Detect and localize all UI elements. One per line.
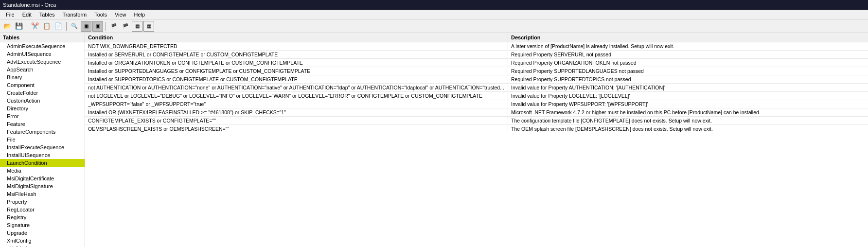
table-row[interactable]: Installed or ORGANIZATIONTOKEN or CONFIG…	[85, 59, 868, 67]
cell-description-1: Required Property SERVERURL not passed	[508, 51, 868, 58]
menu-tables[interactable]: Tables	[35, 11, 59, 18]
sidebar-item-file[interactable]: File	[0, 136, 85, 143]
cell-condition-4: Installed or SUPPORTEDTOPICS or CONFIGTE…	[85, 75, 508, 83]
table-row[interactable]: not LOGLEVEL or LOGLEVEL="DEBUG" or LOGL…	[85, 92, 868, 100]
sidebar-item-adminexecutesequence[interactable]: AdminExecuteSequence	[0, 42, 85, 50]
header-description: Description	[508, 33, 868, 42]
cell-condition-6: not LOGLEVEL or LOGLEVEL="DEBUG" or LOGL…	[85, 92, 508, 100]
sidebar-item-msidigitalsignature[interactable]: MsiDigitalSignature	[0, 182, 85, 190]
table-row[interactable]: _WPFSUPPORT="false" or _WPFSUPPORT="true…	[85, 100, 868, 108]
toolbar-btn3[interactable]: ▦	[132, 21, 142, 32]
menu-help[interactable]: Help	[130, 11, 149, 18]
toolbar-btn1[interactable]: ▣	[81, 21, 91, 32]
toolbar-find[interactable]: 🔍	[69, 21, 80, 32]
menu-bar: File Edit Tables Transform Tools View He…	[0, 10, 868, 19]
cell-condition-10: OEMSPLASHSCREEN_EXISTS or OEMSPLASHSCREE…	[85, 125, 508, 133]
content-area: Condition Description NOT WIX_DOWNGRADE_…	[85, 33, 868, 247]
cell-condition-9: CONFIGTEMPLATE_EXISTS or CONFIGTEMPLATE=…	[85, 117, 508, 124]
menu-view[interactable]: View	[111, 11, 130, 18]
menu-tools[interactable]: Tools	[90, 11, 111, 18]
main-layout: Tables AdminExecuteSequenceAdminUISequen…	[0, 33, 868, 247]
cell-condition-0: NOT WIX_DOWNGRADE_DETECTED	[85, 42, 508, 50]
sidebar-item-appsearch[interactable]: AppSearch	[0, 66, 85, 73]
table-row[interactable]: not AUTHENTICATION or AUTHENTICATION="no…	[85, 84, 868, 92]
sidebar-item-xmlconfig[interactable]: XmlConfig	[0, 237, 85, 245]
sidebar-item-upgrade[interactable]: Upgrade	[0, 229, 85, 237]
toolbar-flag2[interactable]: 🏴	[120, 21, 131, 32]
table-row[interactable]: Installed or SERVERURL or CONFIGTEMPLATE…	[85, 51, 868, 59]
sidebar-item-featurecomponents[interactable]: FeatureComponents	[0, 128, 85, 136]
sidebar-item-adminuisequence[interactable]: AdminUISequence	[0, 50, 85, 58]
sidebar-item-createfolder[interactable]: CreateFolder	[0, 89, 85, 97]
toolbar-open[interactable]: 📂	[2, 21, 13, 32]
cell-condition-3: Installed or SUPPORTEDLANGUAGES or CONFI…	[85, 67, 508, 75]
toolbar-sep-3	[106, 22, 106, 31]
table-row[interactable]: Installed or SUPPORTEDLANGUAGES or CONFI…	[85, 67, 868, 75]
cell-condition-7: _WPFSUPPORT="false" or _WPFSUPPORT="true…	[85, 100, 508, 108]
cell-description-4: Required Property SUPPORTEDTOPICS not pa…	[508, 75, 868, 83]
cell-description-10: The OEM splash screen file [OEMSPLASHSCR…	[508, 125, 868, 133]
sidebar-item-reglocator[interactable]: RegLocator	[0, 206, 85, 213]
sidebar-item-msidigitalcertificate[interactable]: MsiDigitalCertificate	[0, 175, 85, 182]
sidebar-item-installuisequence[interactable]: InstallUISequence	[0, 151, 85, 159]
sidebar-item-media[interactable]: Media	[0, 167, 85, 175]
table-row[interactable]: Installed OR (WIXNETFX4RELEASEINSTALLED …	[85, 108, 868, 117]
menu-file[interactable]: File	[2, 11, 18, 18]
sidebar-item-component[interactable]: Component	[0, 81, 85, 89]
toolbar-btn2[interactable]: ▣	[92, 21, 103, 32]
sidebar-item-launchcondition[interactable]: LaunchCondition	[0, 159, 85, 167]
toolbar-paste[interactable]: 📄	[53, 21, 64, 32]
sidebar-item-signature[interactable]: Signature	[0, 221, 85, 229]
cell-description-6: Invalid value for Property LOGLEVEL: '[L…	[508, 92, 868, 100]
cell-description-3: Required Property SUPPORTEDLANGUAGES not…	[508, 67, 868, 75]
cell-description-8: Microsoft .NET Framework 4.7.2 or higher…	[508, 108, 868, 116]
cell-condition-5: not AUTHENTICATION or AUTHENTICATION="no…	[85, 84, 508, 91]
cell-description-2: Required Property ORGANIZATIONTOKEN not …	[508, 59, 868, 67]
toolbar-cut[interactable]: ✂️	[30, 21, 40, 32]
cell-description-7: Invalid value for Property WPFSUPPORT: '…	[508, 100, 868, 108]
sidebar-item-installexecutesequence[interactable]: InstallExecuteSequence	[0, 143, 85, 151]
sidebar-item-binary[interactable]: Binary	[0, 73, 85, 81]
sidebar-items-container: AdminExecuteSequenceAdminUISequenceAdvtE…	[0, 42, 85, 247]
sidebar-item-feature[interactable]: Feature	[0, 120, 85, 128]
sidebar-item-msifilehash[interactable]: MsiFileHash	[0, 190, 85, 198]
sidebar-item-advtexecutesequence[interactable]: AdvtExecuteSequence	[0, 58, 85, 66]
sidebar: Tables AdminExecuteSequenceAdminUISequen…	[0, 33, 85, 247]
table-row[interactable]: NOT WIX_DOWNGRADE_DETECTEDA later versio…	[85, 42, 868, 51]
cell-description-0: A later version of [ProductName] is alre…	[508, 42, 868, 50]
toolbar-flag1[interactable]: 🏴	[108, 21, 119, 32]
cell-condition-1: Installed or SERVERURL or CONFIGTEMPLATE…	[85, 51, 508, 58]
table-header: Condition Description	[85, 33, 868, 42]
sidebar-header: Tables	[0, 33, 85, 42]
cell-condition-2: Installed or ORGANIZATIONTOKEN or CONFIG…	[85, 59, 508, 67]
sidebar-item--validation[interactable]: _Validation	[0, 245, 85, 247]
toolbar-save[interactable]: 💾	[14, 21, 24, 32]
table-row[interactable]: CONFIGTEMPLATE_EXISTS or CONFIGTEMPLATE=…	[85, 117, 868, 125]
cell-condition-8: Installed OR (WIXNETFX4RELEASEINSTALLED …	[85, 108, 508, 116]
toolbar: 📂 💾 ✂️ 📋 📄 🔍 ▣ ▣ 🏴 🏴 ▦ ▦	[0, 19, 868, 33]
toolbar-copy[interactable]: 📋	[41, 21, 52, 32]
toolbar-sep-1	[27, 22, 27, 31]
sidebar-item-directory[interactable]: Directory	[0, 105, 85, 112]
table-row[interactable]: OEMSPLASHSCREEN_EXISTS or OEMSPLASHSCREE…	[85, 125, 868, 133]
menu-transform[interactable]: Transform	[59, 11, 91, 18]
menu-edit[interactable]: Edit	[18, 11, 35, 18]
rows-container: NOT WIX_DOWNGRADE_DETECTEDA later versio…	[85, 42, 868, 133]
cell-description-9: The configuration template file [CONFIGT…	[508, 117, 868, 124]
table-body: NOT WIX_DOWNGRADE_DETECTEDA later versio…	[85, 42, 868, 247]
toolbar-sep-2	[66, 22, 67, 31]
sidebar-item-registry[interactable]: Registry	[0, 213, 85, 221]
title-bar: Standalone.msi - Orca	[0, 0, 868, 10]
table-row[interactable]: Installed or SUPPORTEDTOPICS or CONFIGTE…	[85, 75, 868, 84]
cell-description-5: Invalid value for Property AUTHENTICATIO…	[508, 84, 868, 91]
toolbar-btn4[interactable]: ▦	[143, 21, 154, 32]
sidebar-item-property[interactable]: Property	[0, 198, 85, 206]
title-text: Standalone.msi - Orca	[3, 2, 56, 8]
sidebar-item-customaction[interactable]: CustomAction	[0, 97, 85, 105]
sidebar-item-error[interactable]: Error	[0, 112, 85, 120]
header-condition: Condition	[85, 33, 508, 42]
